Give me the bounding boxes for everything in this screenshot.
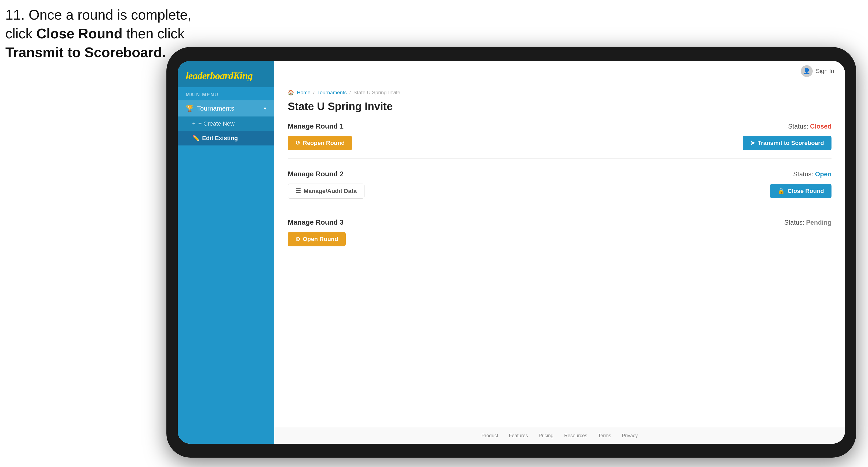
round-1-header: Manage Round 1 Status: Closed	[288, 122, 832, 130]
page-title: State U Spring Invite	[288, 100, 832, 113]
manage-audit-data-button[interactable]: ☰ Manage/Audit Data	[288, 184, 365, 198]
open-round-label: Open Round	[303, 236, 338, 243]
breadcrumb-current: State U Spring Invite	[353, 90, 400, 96]
app-footer: Product Features Pricing Resources Terms…	[274, 428, 845, 444]
close-round-button[interactable]: 🔒 Close Round	[770, 184, 832, 198]
edit-icon: ✏️	[192, 135, 199, 142]
round-3-status-label: Status:	[784, 219, 804, 226]
sidebar-item-tournaments[interactable]: 🏆 Tournaments ▾	[178, 100, 274, 117]
transmit-icon: ➤	[750, 139, 755, 147]
edit-existing-label: Edit Existing	[202, 135, 238, 142]
reopen-icon: ↺	[295, 139, 300, 147]
avatar-icon: 👤	[801, 65, 813, 77]
round-1-section: Manage Round 1 Status: Closed ↺ Reopen R…	[288, 122, 832, 159]
main-menu-label: MAIN MENU	[178, 87, 274, 100]
round-1-title: Manage Round 1	[288, 122, 344, 130]
round-1-status-value: Closed	[810, 123, 832, 130]
sidebar-tournaments-label: Tournaments	[197, 105, 234, 112]
footer-pricing[interactable]: Pricing	[539, 433, 553, 439]
round-2-section: Manage Round 2 Status: Open ☰ Manage/Aud…	[288, 170, 832, 207]
tablet-screen: leaderboardKing MAIN MENU 🏆 Tournaments …	[178, 61, 845, 444]
round-2-header: Manage Round 2 Status: Open	[288, 170, 832, 178]
open-round-button[interactable]: ⊙ Open Round	[288, 232, 346, 246]
round-3-title: Manage Round 3	[288, 218, 344, 226]
round-3-status-value: Pending	[806, 219, 832, 226]
tablet-device: leaderboardKing MAIN MENU 🏆 Tournaments …	[166, 47, 856, 458]
round-2-status: Status: Open	[793, 170, 832, 178]
round-2-status-value: Open	[815, 170, 832, 178]
breadcrumb-sep2: /	[349, 90, 351, 96]
instruction-text: 11. Once a round is complete, click Clos…	[5, 5, 192, 62]
logo: leaderboardKing	[186, 70, 266, 81]
round-3-section: Manage Round 3 Status: Pending ⊙ Open Ro…	[288, 218, 832, 254]
round-2-actions: ☰ Manage/Audit Data 🔒 Close Round	[288, 184, 832, 198]
round-3-actions: ⊙ Open Round	[288, 232, 832, 246]
content-area: 🏠 Home / Tournaments / State U Spring In…	[274, 81, 845, 428]
sidebar-submenu: + + Create New ✏️ Edit Existing	[178, 117, 274, 146]
sign-in-area[interactable]: 👤 Sign In	[801, 65, 834, 77]
logo-normal: leaderboard	[186, 70, 233, 81]
main-content: 👤 Sign In 🏠 Home / Tournaments / State U…	[274, 61, 845, 444]
round-3-status: Status: Pending	[784, 219, 832, 226]
instruction-line3: then click	[122, 26, 184, 41]
sidebar-item-create-new[interactable]: + + Create New	[178, 117, 274, 131]
instruction-bold1: Close Round	[36, 26, 123, 41]
close-round-label: Close Round	[787, 188, 824, 195]
app-layout: leaderboardKing MAIN MENU 🏆 Tournaments …	[178, 61, 845, 444]
breadcrumb-tournaments-link[interactable]: Tournaments	[317, 90, 347, 96]
reopen-round-label: Reopen Round	[303, 139, 345, 147]
create-new-label: + Create New	[198, 120, 235, 127]
sign-in-label: Sign In	[816, 68, 834, 74]
chevron-down-icon: ▾	[264, 105, 266, 112]
breadcrumb-sep1: /	[313, 90, 315, 96]
sidebar: leaderboardKing MAIN MENU 🏆 Tournaments …	[178, 61, 274, 444]
round-3-header: Manage Round 3 Status: Pending	[288, 218, 832, 226]
top-header: 👤 Sign In	[274, 61, 845, 81]
transmit-scoreboard-label: Transmit to Scoreboard	[758, 139, 824, 147]
trophy-icon: 🏆	[186, 105, 194, 112]
footer-product[interactable]: Product	[482, 433, 498, 439]
instruction-line2: click	[5, 26, 36, 41]
round-2-status-label: Status:	[793, 170, 813, 178]
transmit-to-scoreboard-button[interactable]: ➤ Transmit to Scoreboard	[743, 136, 832, 150]
round-1-status: Status: Closed	[788, 123, 832, 130]
sidebar-item-edit-existing[interactable]: ✏️ Edit Existing	[178, 131, 274, 146]
logo-styled: King	[233, 70, 253, 81]
footer-features[interactable]: Features	[509, 433, 528, 439]
round-2-title: Manage Round 2	[288, 170, 344, 178]
round-1-actions: ↺ Reopen Round ➤ Transmit to Scoreboard	[288, 136, 832, 150]
reopen-round-button[interactable]: ↺ Reopen Round	[288, 136, 352, 150]
breadcrumb-home: 🏠	[288, 89, 294, 96]
logo-area: leaderboardKing	[178, 61, 274, 87]
footer-privacy[interactable]: Privacy	[622, 433, 638, 439]
breadcrumb: 🏠 Home / Tournaments / State U Spring In…	[288, 89, 832, 96]
instruction-line1: 11. Once a round is complete,	[5, 7, 192, 23]
breadcrumb-home-link[interactable]: Home	[297, 90, 311, 96]
manage-audit-label: Manage/Audit Data	[304, 188, 357, 195]
instruction-bold2: Transmit to Scoreboard.	[5, 44, 166, 60]
plus-icon: +	[192, 120, 196, 127]
footer-resources[interactable]: Resources	[564, 433, 587, 439]
round-1-status-label: Status:	[788, 123, 808, 130]
close-round-icon: 🔒	[778, 188, 785, 195]
footer-terms[interactable]: Terms	[598, 433, 611, 439]
sidebar-menu: 🏆 Tournaments ▾ + + Create New ✏️ Edit E…	[178, 100, 274, 146]
open-round-icon: ⊙	[295, 236, 300, 243]
audit-icon: ☰	[296, 188, 301, 195]
